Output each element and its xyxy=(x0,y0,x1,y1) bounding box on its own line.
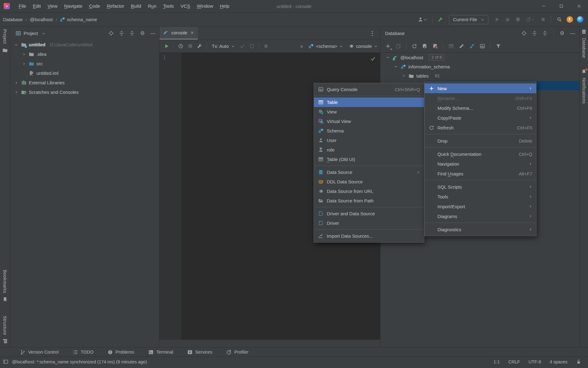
submenu-item-rename[interactable]: Rename... Shift+F6 xyxy=(425,93,536,103)
submenu-item-find-usages[interactable]: Find Usages Alt+F7 xyxy=(425,169,536,178)
profile-button[interactable] xyxy=(416,15,429,24)
tool-tab-database[interactable]: Database xyxy=(580,29,588,58)
tree-row-untitled[interactable]: untitled D:\JavaCode\untitled xyxy=(10,40,159,49)
menu-item-data-source-path[interactable]: Data Source from Path xyxy=(314,196,424,205)
submenu-item-refresh[interactable]: Refresh Ctrl+F5 xyxy=(425,123,536,132)
menu-item-ddl-data-source[interactable]: DDL Data Source xyxy=(314,177,424,186)
menu-file[interactable]: File xyxy=(15,0,29,13)
unlocked-icon[interactable] xyxy=(576,359,581,364)
submenu-item-modify-schema[interactable]: Modify Schema... Ctrl+F6 xyxy=(425,103,536,113)
menu-item-import-data-sources[interactable]: Import Data Sources... xyxy=(314,231,424,241)
submenu-item-copy-paste[interactable]: Copy/Paste xyxy=(425,113,536,123)
minimize-button[interactable] xyxy=(535,0,552,13)
run-button[interactable] xyxy=(492,15,502,24)
tree-row-untitled-iml[interactable]: untitled.iml xyxy=(10,68,159,78)
tool-tab-bookmarks[interactable]: Bookmarks xyxy=(0,270,10,302)
menu-tools[interactable]: Tools xyxy=(160,0,177,13)
tx-mode-select[interactable]: Tx: Auto xyxy=(209,44,238,49)
jump-to-console-icon[interactable] xyxy=(467,42,477,51)
settings-gear-icon[interactable]: ⚙ xyxy=(558,29,567,38)
menu-item-data-source-url[interactable]: Data Source from URL xyxy=(314,186,424,196)
submenu-item-navigation[interactable]: Navigation xyxy=(425,159,536,169)
commit-button[interactable] xyxy=(238,42,247,51)
indent-setting[interactable]: 4 spaces xyxy=(550,359,567,364)
view-data-button[interactable] xyxy=(446,42,456,51)
menu-item-table[interactable]: Table xyxy=(314,98,424,107)
tree-row-idea[interactable]: .idea xyxy=(10,49,159,59)
schema-select[interactable]: <schema> xyxy=(308,44,343,49)
submenu-item-diagnostics[interactable]: Diagnostics xyxy=(425,224,536,234)
project-panel-title[interactable]: Project xyxy=(24,31,38,36)
execution-plan-icon[interactable]: p xyxy=(185,42,195,51)
tree-row-src[interactable]: src xyxy=(10,59,159,68)
menu-help[interactable]: Help xyxy=(216,0,233,13)
toolbar-overflow-icon[interactable]: » xyxy=(300,44,303,49)
tree-row-information-schema[interactable]: information_schema xyxy=(380,62,579,71)
menu-item-role[interactable]: role xyxy=(314,145,424,155)
menu-item-driver[interactable]: Driver xyxy=(314,218,424,228)
query-console-button[interactable] xyxy=(478,42,487,51)
query-history-icon[interactable] xyxy=(176,42,185,51)
editor-options-kebab-icon[interactable]: ⋮ xyxy=(369,27,380,40)
tool-tab-project[interactable]: Project xyxy=(0,29,10,53)
rollback-button[interactable] xyxy=(247,42,257,51)
menu-edit[interactable]: Edit xyxy=(29,0,44,13)
menu-item-virtual-view[interactable]: Virtual View xyxy=(314,117,424,126)
modify-object-pencil-icon[interactable] xyxy=(457,42,466,51)
submenu-item-quick-documentation[interactable]: Quick Documentation Ctrl+Q xyxy=(425,149,536,159)
new-item-button[interactable] xyxy=(383,42,393,51)
search-everywhere-icon[interactable] xyxy=(554,15,564,24)
status-message[interactable]: @localhost: *:schema_name synchronized (… xyxy=(3,359,147,364)
menu-item-view[interactable]: View xyxy=(314,107,424,117)
submenu-item-diagrams[interactable]: Diagrams xyxy=(425,211,536,221)
menu-view[interactable]: View xyxy=(44,0,61,13)
file-encoding[interactable]: UTF-8 xyxy=(529,359,541,364)
debug-button[interactable] xyxy=(502,15,512,24)
disconnect-icon[interactable] xyxy=(430,42,440,51)
caret-position[interactable]: 1:1 xyxy=(494,359,500,364)
submenu-item-new[interactable]: New xyxy=(425,83,536,93)
tool-tab-services[interactable]: Services xyxy=(187,350,212,355)
breadcrumb-database[interactable]: Database xyxy=(3,17,23,22)
code-with-me-icon[interactable] xyxy=(575,15,585,24)
menu-item-query-console[interactable]: Query Console Ctrl+Shift+Q xyxy=(314,85,424,94)
locate-file-button[interactable] xyxy=(107,29,116,38)
filter-funnel-icon[interactable] xyxy=(494,42,503,51)
database-panel-title[interactable]: Database xyxy=(385,31,405,36)
menu-code[interactable]: Code xyxy=(86,0,104,13)
submenu-item-tools[interactable]: Tools xyxy=(425,192,536,201)
hide-panel-button[interactable]: — xyxy=(568,29,577,38)
tool-tab-problems[interactable]: Problems xyxy=(108,350,134,355)
menu-item-data-source[interactable]: Data Source xyxy=(314,167,424,177)
collapse-all-button[interactable] xyxy=(128,29,136,38)
console-settings-wrench-icon[interactable] xyxy=(195,42,204,51)
tab-console[interactable]: console × xyxy=(159,27,198,40)
breadcrumb-localhost[interactable]: @localhost xyxy=(30,17,53,22)
duplicate-button[interactable] xyxy=(394,42,403,51)
session-select[interactable]: console xyxy=(349,44,378,49)
settings-gear-icon[interactable]: ⚙ xyxy=(138,29,147,38)
tree-row-external-libraries[interactable]: External Libraries xyxy=(10,78,159,87)
menu-item-schema[interactable]: Schema xyxy=(314,126,424,136)
menu-window[interactable]: Window xyxy=(193,0,216,13)
tool-tab-notifications[interactable]: Notifications xyxy=(580,69,588,104)
menu-vcs[interactable]: VCS xyxy=(177,0,193,13)
submenu-item-drop[interactable]: Drop Delete xyxy=(425,136,536,146)
data-source-properties-icon[interactable] xyxy=(420,42,430,51)
tree-row-scratches[interactable]: Scratches and Consoles xyxy=(10,87,159,97)
profiler-button[interactable] xyxy=(523,15,537,24)
close-tab-icon[interactable]: × xyxy=(191,30,194,36)
execute-button[interactable] xyxy=(162,42,171,51)
tool-tab-todo[interactable]: TODO xyxy=(73,350,94,355)
maximize-button[interactable] xyxy=(552,0,570,13)
line-separator[interactable]: CRLF xyxy=(508,359,520,364)
menu-run[interactable]: Run xyxy=(144,0,160,13)
hide-panel-button[interactable]: — xyxy=(148,29,157,38)
expand-all-button[interactable] xyxy=(530,29,539,38)
locate-object-button[interactable] xyxy=(520,29,529,38)
tool-tab-structure[interactable]: Structure xyxy=(0,316,10,344)
menu-item-user[interactable]: User xyxy=(314,136,424,145)
menu-refactor[interactable]: Refactor xyxy=(103,0,128,13)
tree-row-localhost[interactable]: @localhost 2 of 6 xyxy=(380,53,579,62)
tool-tab-terminal[interactable]: Terminal xyxy=(148,350,173,355)
